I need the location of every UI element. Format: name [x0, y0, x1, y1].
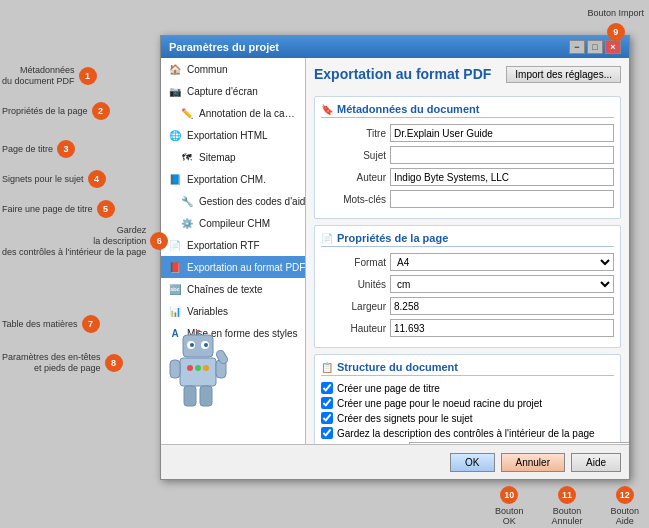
- sidebar-item-rtf[interactable]: 📄 Exportation RTF: [161, 234, 305, 256]
- structure-icon: 📋: [321, 362, 333, 373]
- svg-point-6: [196, 330, 200, 332]
- capture-icon: 📷: [167, 83, 183, 99]
- sidebar-item-pdf[interactable]: 📕 Exportation au format PDF: [161, 256, 305, 278]
- sidebar-item-capture[interactable]: 📷 Capture d'écran: [161, 80, 305, 102]
- annotation-11: 11 BoutonAnnuler: [551, 486, 582, 526]
- annotation-3: 3 Page de titre: [2, 140, 75, 158]
- field-format: Format A4 A3 Letter: [321, 253, 614, 271]
- page-props-section: 📄 Propriétés de la page Format A4 A3 Let…: [314, 225, 621, 348]
- sidebar-label-compileur: Compileur CHM: [199, 218, 270, 229]
- page-props-icon: 📄: [321, 233, 333, 244]
- sidebar-label-variables: Variables: [187, 306, 228, 317]
- sidebar-label-chm: Exportation CHM.: [187, 174, 266, 185]
- input-titre[interactable]: [390, 124, 614, 142]
- compileur-icon: ⚙️: [179, 215, 195, 231]
- dialog-window: Paramètres du projet − □ × 🏠 Commun 📷 Ca…: [160, 35, 630, 480]
- sidebar-label-chaines: Chaînes de texte: [187, 284, 263, 295]
- annotation-8: 8 Paramètres des en-têteset pieds de pag…: [2, 352, 123, 374]
- structure-title: 📋 Structure du document: [321, 361, 614, 376]
- annotation-10: 10 BoutonOK: [495, 486, 524, 526]
- select-format[interactable]: A4 A3 Letter: [390, 253, 614, 271]
- robot-decoration: [168, 330, 233, 405]
- field-titre: Titre: [321, 124, 614, 142]
- dialog-controls: − □ ×: [569, 40, 621, 54]
- select-unites[interactable]: cm mm in: [390, 275, 614, 293]
- input-auteur[interactable]: [390, 168, 614, 186]
- content-header: Exportation au format PDF Import des rég…: [314, 66, 621, 90]
- svg-point-8: [187, 365, 193, 371]
- chm-icon: 📘: [167, 171, 183, 187]
- field-unites: Unités cm mm in: [321, 275, 614, 293]
- checkbox-description: Gardez la description des contrôles à l'…: [321, 427, 614, 439]
- annotation-7: 7 Table des matières: [2, 315, 100, 333]
- svg-rect-14: [184, 386, 196, 406]
- check-page-titre[interactable]: [321, 382, 333, 394]
- import-button[interactable]: Import des réglages...: [506, 66, 621, 83]
- field-largeur: Largeur: [321, 297, 614, 315]
- input-largeur[interactable]: [390, 297, 614, 315]
- check-noeud-racine[interactable]: [321, 397, 333, 409]
- annotation-9: Bouton Import 9: [587, 8, 644, 41]
- annotation-4: 4 Signets pour le sujet: [2, 170, 106, 188]
- gestion-icon: 🔧: [179, 193, 195, 209]
- sidebar-label-pdf: Exportation au format PDF: [187, 262, 305, 273]
- check-signets[interactable]: [321, 412, 333, 424]
- field-sujet: Sujet: [321, 146, 614, 164]
- check-description[interactable]: [321, 427, 333, 439]
- input-sujet[interactable]: [390, 146, 614, 164]
- input-mots-cles[interactable]: [390, 190, 614, 208]
- svg-point-4: [204, 343, 208, 347]
- sidebar-item-annotation[interactable]: ✏️ Annotation de la capture d'éc…: [161, 102, 305, 124]
- annotation-1: 1 Métadonnéesdu document PDF: [2, 65, 97, 87]
- pdf-icon: 📕: [167, 259, 183, 275]
- field-auteur: Auteur: [321, 168, 614, 186]
- html-icon: 🌐: [167, 127, 183, 143]
- svg-point-3: [190, 343, 194, 347]
- sidebar-item-sitemap[interactable]: 🗺 Sitemap: [161, 146, 305, 168]
- sidebar-item-chm[interactable]: 📘 Exportation CHM.: [161, 168, 305, 190]
- sidebar-item-commun[interactable]: 🏠 Commun: [161, 58, 305, 80]
- sidebar-label-sitemap: Sitemap: [199, 152, 236, 163]
- field-hauteur: Hauteur: [321, 319, 614, 337]
- annotation-2: 2 Propriétés de la page: [2, 102, 110, 120]
- sidebar-label-rtf: Exportation RTF: [187, 240, 260, 251]
- sidebar-item-html[interactable]: 🌐 Exportation HTML: [161, 124, 305, 146]
- structure-section: 📋 Structure du document Créer une page d…: [314, 354, 621, 444]
- input-hauteur[interactable]: [390, 319, 614, 337]
- metadata-title: 🔖 Métadonnées du document: [321, 103, 614, 118]
- sidebar-label-annotation: Annotation de la capture d'éc…: [199, 108, 299, 119]
- sidebar-item-compileur[interactable]: ⚙️ Compileur CHM: [161, 212, 305, 234]
- metadata-section: 🔖 Métadonnées du document Titre Sujet Au…: [314, 96, 621, 219]
- ok-button[interactable]: OK: [450, 453, 494, 472]
- sidebar-item-chaines[interactable]: 🔤 Chaînes de texte: [161, 278, 305, 300]
- checkbox-noeud-racine: Créer une page pour le noeud racine du p…: [321, 397, 614, 409]
- close-button[interactable]: ×: [605, 40, 621, 54]
- metadata-icon: 🔖: [321, 104, 333, 115]
- help-button[interactable]: Aide: [571, 453, 621, 472]
- main-content: Exportation au format PDF Import des rég…: [306, 58, 629, 444]
- svg-rect-11: [170, 360, 180, 378]
- bottom-annotations: 10 BoutonOK 11 BoutonAnnuler 12 BoutonAi…: [495, 486, 639, 526]
- annotation-6: 6 Gardezla descriptiondes contrôles à l'…: [2, 225, 168, 257]
- annotation-12: 12 BoutonAide: [610, 486, 639, 526]
- svg-rect-15: [200, 386, 212, 406]
- cancel-button[interactable]: Annuler: [501, 453, 565, 472]
- svg-rect-7: [180, 358, 216, 386]
- annotation-circle-1: 1: [79, 67, 97, 85]
- annotation-text-1: Métadonnéesdu document PDF: [2, 65, 75, 87]
- sidebar-item-gestion[interactable]: 🔧 Gestion des codes d'aide: [161, 190, 305, 212]
- chaines-icon: 🔤: [167, 281, 183, 297]
- svg-point-10: [203, 365, 209, 371]
- checkbox-signets: Créer des signets pour le sujet: [321, 412, 614, 424]
- dialog-titlebar: Paramètres du projet − □ ×: [161, 36, 629, 58]
- sidebar-item-variables[interactable]: 📊 Variables: [161, 300, 305, 322]
- sidebar-label-gestion: Gestion des codes d'aide: [199, 196, 305, 207]
- annotation-icon: ✏️: [179, 105, 195, 121]
- annotation-5: 5 Faire une page de titre: [2, 200, 115, 218]
- minimize-button[interactable]: −: [569, 40, 585, 54]
- rtf-icon: 📄: [167, 237, 183, 253]
- maximize-button[interactable]: □: [587, 40, 603, 54]
- checkbox-page-titre: Créer une page de titre: [321, 382, 614, 394]
- variables-icon: 📊: [167, 303, 183, 319]
- field-mots-cles: Mots-clés: [321, 190, 614, 208]
